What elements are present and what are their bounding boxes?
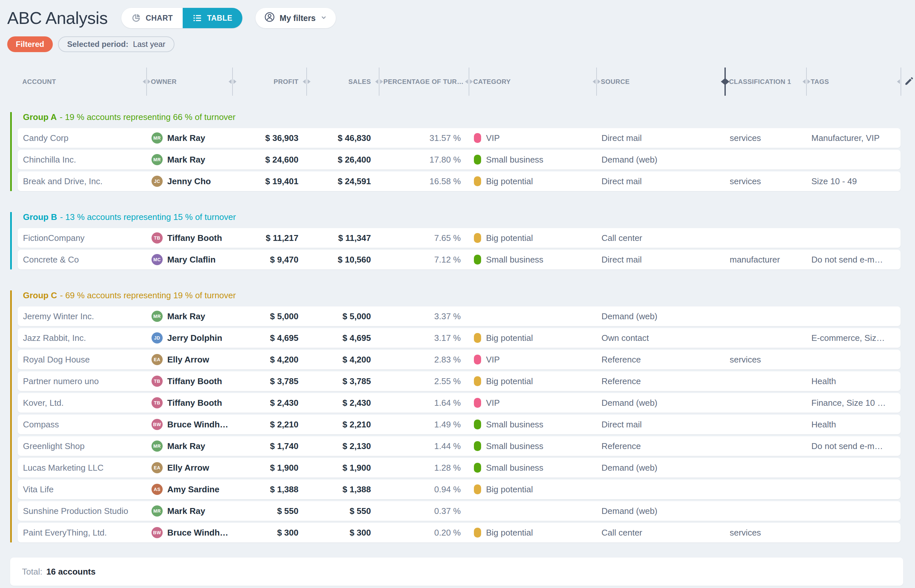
pencil-icon xyxy=(904,82,914,87)
pie-chart-icon xyxy=(131,13,141,23)
group-rows: FictionCompany TB Tiffany Booth $ 11,217… xyxy=(18,228,900,270)
cell-source: Demand (web) xyxy=(596,155,724,165)
cell-account[interactable]: Candy Corp xyxy=(18,133,146,143)
total-bar: Total: 16 accounts xyxy=(10,557,903,586)
table-row[interactable]: Lucas Marketing LLC EA Elly Arrow $ 1,90… xyxy=(18,458,900,478)
cell-owner: MC Mary Claflin xyxy=(146,254,232,265)
cell-account[interactable]: Greenlight Shop xyxy=(18,441,146,451)
column-resize-handle[interactable] xyxy=(469,68,469,96)
table-row[interactable]: Royal Dog House EA Elly Arrow $ 4,200 $ … xyxy=(18,350,900,369)
column-header-percentage[interactable]: PERCENTAGE OF TUR… xyxy=(379,78,469,86)
table-row[interactable]: Greenlight Shop MR Mark Ray $ 1,740 $ 2,… xyxy=(18,436,900,456)
column-resize-handle[interactable] xyxy=(806,68,807,96)
column-header-tags[interactable]: TAGS xyxy=(806,78,900,86)
cell-account[interactable]: Sunshine Production Studio xyxy=(18,506,146,516)
cell-account[interactable]: Vita Life xyxy=(18,485,146,494)
table-row[interactable]: Jeremy Winter Inc. MR Mark Ray $ 5,000 $… xyxy=(18,307,900,326)
column-resize-handle[interactable] xyxy=(724,68,726,96)
column-header-sales[interactable]: SALES xyxy=(306,78,379,86)
column-resize-handle[interactable] xyxy=(232,68,233,96)
column-header-category[interactable]: CATEGORY xyxy=(469,78,596,86)
chart-view-button[interactable]: CHART xyxy=(121,8,183,28)
cell-category: VIP xyxy=(469,355,596,365)
page-title: ABC Analysis xyxy=(7,8,108,28)
cell-classification: manufacturer xyxy=(724,255,806,265)
group-name: Group A xyxy=(23,112,57,122)
column-header-profit[interactable]: PROFIT xyxy=(232,78,306,86)
category-color-dot xyxy=(474,376,481,386)
cell-tags: E-commerce, Siz… xyxy=(806,333,900,343)
cell-account[interactable]: Kover, Ltd. xyxy=(18,398,146,408)
cell-percentage: 3.37 % xyxy=(379,311,469,321)
column-header-source[interactable]: SOURCE xyxy=(596,78,724,86)
column-resize-handle[interactable] xyxy=(596,68,597,96)
table-row[interactable]: Break and Drive, Inc. JC Jenny Cho $ 19,… xyxy=(18,171,900,191)
cell-profit: $ 24,600 xyxy=(232,155,306,165)
category-color-dot xyxy=(474,233,481,243)
cell-percentage: 16.58 % xyxy=(379,176,469,186)
table-row[interactable]: Vita Life AS Amy Sardine $ 1,388 $ 1,388… xyxy=(18,480,900,499)
cell-account[interactable]: Jeremy Winter Inc. xyxy=(18,311,146,321)
cell-source: Demand (web) xyxy=(596,506,724,516)
owner-name: Tiffany Booth xyxy=(167,398,222,408)
cell-account[interactable]: Concrete & Co xyxy=(18,255,146,265)
cell-profit: $ 1,388 xyxy=(232,485,306,494)
table-row[interactable]: Partner numero uno TB Tiffany Booth $ 3,… xyxy=(18,372,900,391)
cell-account[interactable]: Jazz Rabbit, Inc. xyxy=(18,333,146,343)
category-label: Small business xyxy=(486,441,543,451)
column-resize-handle[interactable] xyxy=(900,68,901,96)
cell-account[interactable]: Partner numero uno xyxy=(18,376,146,386)
table-row[interactable]: Concrete & Co MC Mary Claflin $ 9,470 $ … xyxy=(18,250,900,270)
cell-owner: EA Elly Arrow xyxy=(146,462,232,473)
owner-avatar: BW xyxy=(152,419,163,430)
group-header: Group B - 13 % accounts representing 15 … xyxy=(23,212,900,222)
cell-category: Small business xyxy=(469,420,596,430)
cell-percentage: 17.80 % xyxy=(379,155,469,165)
table-row[interactable]: Candy Corp MR Mark Ray $ 36,903 $ 46,830… xyxy=(18,128,900,148)
table-row[interactable]: Jazz Rabbit, Inc. JD Jerry Dolphin $ 4,6… xyxy=(18,328,900,348)
column-header-owner[interactable]: OWNER xyxy=(146,78,232,86)
category-label: Small business xyxy=(486,255,543,265)
table-view-button[interactable]: TABLE xyxy=(183,8,242,28)
group-description: - 69 % accounts representing 19 % of tur… xyxy=(60,291,236,300)
cell-account[interactable]: Chinchilla Inc. xyxy=(18,155,146,165)
column-resize-handle[interactable] xyxy=(379,68,379,96)
my-filters-button[interactable]: My filters xyxy=(256,8,336,28)
column-resize-handle[interactable] xyxy=(146,68,147,96)
table-row[interactable]: Compass BW Bruce Windh… $ 2,210 $ 2,210 … xyxy=(18,415,900,434)
cell-profit: $ 3,785 xyxy=(232,376,306,386)
cell-category: Small business xyxy=(469,255,596,265)
cell-source: Demand (web) xyxy=(596,311,724,321)
category-label: Big potential xyxy=(486,333,533,343)
table-row[interactable]: Kover, Ltd. TB Tiffany Booth $ 2,430 $ 2… xyxy=(18,393,900,413)
column-header-classification[interactable]: CLASSIFICATION 1 xyxy=(724,78,806,86)
category-label: Big potential xyxy=(486,485,533,494)
group-description: - 13 % accounts representing 15 % of tur… xyxy=(60,212,236,222)
table-row[interactable]: FictionCompany TB Tiffany Booth $ 11,217… xyxy=(18,228,900,248)
cell-sales: $ 4,200 xyxy=(306,355,379,365)
column-header-account[interactable]: ACCOUNT xyxy=(18,78,146,86)
selected-period-chip[interactable]: Selected period: Last year xyxy=(58,36,175,52)
cell-account[interactable]: Paint EveryThing, Ltd. xyxy=(18,528,146,538)
table-row[interactable]: Paint EveryThing, Ltd. BW Bruce Windh… $… xyxy=(18,523,900,543)
cell-category: Big potential xyxy=(469,376,596,386)
cell-account[interactable]: Royal Dog House xyxy=(18,355,146,365)
cell-tags: Size 10 - 49 xyxy=(806,176,900,186)
column-resize-handle[interactable] xyxy=(306,68,307,96)
cell-account[interactable]: Break and Drive, Inc. xyxy=(18,176,146,186)
owner-avatar: AS xyxy=(152,484,163,495)
edit-columns-button[interactable] xyxy=(902,75,915,89)
cell-owner: MR Mark Ray xyxy=(146,132,232,144)
cell-profit: $ 11,217 xyxy=(232,233,306,243)
cell-account[interactable]: Lucas Marketing LLC xyxy=(18,463,146,473)
cell-account[interactable]: FictionCompany xyxy=(18,233,146,243)
cell-owner: BW Bruce Windh… xyxy=(146,419,232,430)
cell-category: Big potential xyxy=(469,233,596,243)
cell-tags: Health xyxy=(806,376,900,386)
table-row[interactable]: Chinchilla Inc. MR Mark Ray $ 24,600 $ 2… xyxy=(18,150,900,170)
table-row[interactable]: Sunshine Production Studio MR Mark Ray $… xyxy=(18,501,900,521)
cell-source: Demand (web) xyxy=(596,398,724,408)
cell-sales: $ 26,400 xyxy=(306,155,379,165)
table-view-label: TABLE xyxy=(207,14,232,23)
cell-account[interactable]: Compass xyxy=(18,420,146,430)
